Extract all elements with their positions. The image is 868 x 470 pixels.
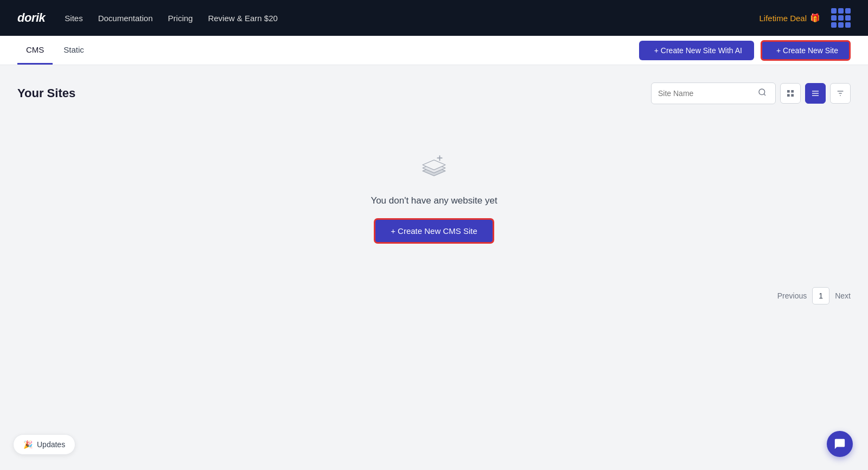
updates-label: Updates — [37, 440, 65, 449]
search-input[interactable] — [658, 89, 756, 98]
gift-icon: 🎁 — [810, 13, 820, 23]
updates-emoji: 🎉 — [23, 440, 33, 449]
create-new-site-button[interactable]: + Create New Site — [761, 40, 851, 61]
nav-sites[interactable]: Sites — [65, 14, 82, 23]
updates-button[interactable]: 🎉 Updates — [13, 434, 75, 455]
empty-state: You don't have any website yet + Create … — [17, 119, 851, 265]
grid-dot — [845, 22, 851, 28]
svg-rect-5 — [791, 94, 794, 97]
svg-point-0 — [759, 89, 765, 95]
grid-dot — [845, 15, 851, 21]
tabs: CMS Static — [17, 36, 93, 65]
grid-dot — [831, 8, 837, 14]
tab-actions: + Create New Site With AI + Create New S… — [639, 40, 851, 61]
lifetime-deal-link[interactable]: Lifetime Deal 🎁 — [759, 13, 820, 23]
navbar-left: dorik Sites Documentation Pricing Review… — [17, 11, 278, 25]
svg-rect-7 — [812, 93, 819, 93]
grid-dot — [838, 22, 844, 28]
svg-rect-6 — [812, 91, 819, 91]
search-icon-button[interactable] — [756, 88, 769, 99]
grid-view-button[interactable] — [780, 83, 801, 104]
navbar-right: Lifetime Deal 🎁 — [759, 8, 851, 28]
pagination: Previous 1 Next — [17, 287, 851, 304]
grid-dot — [831, 15, 837, 21]
tab-cms[interactable]: CMS — [17, 36, 53, 65]
grid-dot — [831, 22, 837, 28]
navbar: dorik Sites Documentation Pricing Review… — [0, 0, 868, 36]
grid-icon[interactable] — [831, 8, 851, 28]
pagination-previous[interactable]: Previous — [777, 291, 807, 300]
grid-dot — [838, 15, 844, 21]
svg-rect-4 — [787, 94, 790, 97]
empty-message: You don't have any website yet — [371, 195, 497, 206]
create-new-cms-site-button[interactable]: + Create New CMS Site — [374, 218, 494, 244]
nav-documentation[interactable]: Documentation — [98, 14, 153, 23]
create-new-site-with-ai-button[interactable]: + Create New Site With AI — [639, 41, 754, 60]
search-input-wrap — [651, 82, 776, 104]
svg-rect-8 — [812, 95, 819, 96]
logo[interactable]: dorik — [17, 11, 45, 25]
search-area — [651, 82, 851, 104]
layers-icon — [419, 152, 449, 185]
svg-rect-2 — [787, 90, 790, 93]
nav-review[interactable]: Review & Earn $20 — [208, 14, 277, 23]
main-content: Your Sites — [0, 65, 868, 322]
grid-dot — [838, 8, 844, 14]
list-view-button[interactable] — [805, 83, 826, 104]
svg-rect-3 — [791, 90, 794, 93]
pagination-page-1[interactable]: 1 — [812, 287, 829, 304]
nav-pricing[interactable]: Pricing — [168, 14, 193, 23]
pagination-next[interactable]: Next — [835, 291, 851, 300]
main-header: Your Sites — [17, 82, 851, 104]
nav-links: Sites Documentation Pricing Review & Ear… — [65, 14, 278, 23]
lifetime-deal-label: Lifetime Deal — [759, 14, 807, 23]
svg-line-1 — [764, 94, 765, 96]
filter-sort-button[interactable] — [830, 83, 851, 104]
chat-button[interactable] — [827, 431, 853, 457]
grid-dot — [845, 8, 851, 14]
page-title: Your Sites — [17, 86, 75, 100]
tabs-bar: CMS Static + Create New Site With AI + C… — [0, 36, 868, 65]
tab-static[interactable]: Static — [55, 36, 93, 65]
